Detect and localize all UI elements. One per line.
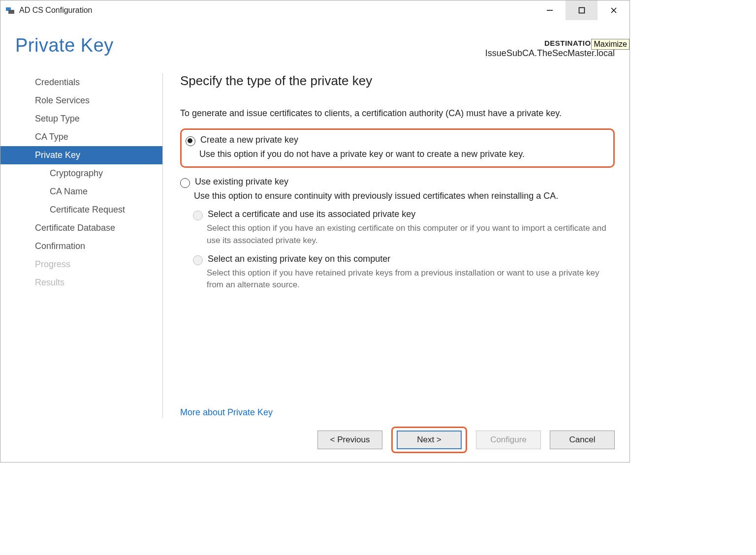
nav-private-key[interactable]: Private Key [0, 146, 162, 164]
wizard-nav-sidebar: Credentials Role Services Setup Type CA … [0, 73, 163, 418]
nav-certificate-request[interactable]: Certificate Request [0, 201, 162, 219]
suboption-select-existing-key-desc: Select this option if you have retained … [207, 267, 615, 291]
nav-cryptography[interactable]: Cryptography [0, 164, 162, 183]
option-create-new[interactable]: Create a new private key [186, 135, 607, 146]
suboption-select-existing-key: Select an existing private key on this c… [193, 254, 615, 265]
nav-setup-type[interactable]: Setup Type [0, 110, 162, 128]
suboption-select-certificate: Select a certificate and use its associa… [193, 209, 615, 220]
destination-server: IssueSubCA.TheSecMaster.local [485, 48, 615, 59]
next-button-highlight: Next > [391, 427, 467, 453]
radio-icon [180, 178, 190, 188]
option-use-existing-label: Use existing private key [195, 177, 288, 187]
wizard-content: Specify the type of the private key To g… [163, 73, 630, 418]
content-intro: To generate and issue certificates to cl… [180, 108, 615, 119]
option-create-new-highlight: Create a new private key Use this option… [180, 128, 615, 168]
suboption-select-certificate-desc: Select this option if you have an existi… [207, 222, 615, 247]
configure-button: Configure [476, 431, 541, 449]
maximize-tooltip: Maximize [591, 39, 630, 50]
window-title: AD CS Configuration [19, 6, 93, 15]
wizard-footer: < Previous Next > Configure Cancel [317, 427, 615, 453]
title-bar: AD CS Configuration [0, 0, 630, 20]
option-use-existing-desc: Use this option to ensure continuity wit… [194, 190, 615, 202]
svg-rect-1 [8, 10, 14, 14]
maximize-button[interactable] [566, 0, 598, 20]
nav-results: Results [0, 274, 162, 292]
wizard-body: Credentials Role Services Setup Type CA … [0, 73, 630, 418]
radio-icon [193, 211, 203, 220]
nav-ca-name[interactable]: CA Name [0, 183, 162, 201]
nav-credentials[interactable]: Credentials [0, 73, 162, 92]
svg-rect-3 [579, 8, 584, 13]
nav-ca-type[interactable]: CA Type [0, 128, 162, 146]
option-use-existing[interactable]: Use existing private key [180, 177, 615, 188]
next-button[interactable]: Next > [397, 431, 462, 449]
nav-progress: Progress [0, 255, 162, 274]
radio-icon [186, 136, 195, 146]
page-title: Private Key [15, 35, 114, 59]
nav-certificate-database[interactable]: Certificate Database [0, 219, 162, 237]
suboption-select-existing-key-label: Select an existing private key on this c… [208, 254, 390, 264]
radio-icon [193, 255, 203, 265]
nav-role-services[interactable]: Role Services [0, 92, 162, 110]
previous-button[interactable]: < Previous [317, 431, 382, 449]
nav-confirmation[interactable]: Confirmation [0, 237, 162, 255]
server-manager-icon [5, 5, 15, 15]
more-about-link[interactable]: More about Private Key [180, 407, 273, 418]
wizard-header: Private Key DESTINATION SER IssueSubCA.T… [0, 20, 630, 63]
option-create-new-desc: Use this option if you do not have a pri… [199, 148, 607, 160]
content-title: Specify the type of the private key [180, 73, 615, 89]
title-bar-left: AD CS Configuration [5, 5, 93, 15]
close-button[interactable] [598, 0, 630, 20]
wizard-window: AD CS Configuration Maximize Private Key… [0, 0, 630, 462]
window-controls [534, 0, 630, 20]
suboption-select-certificate-label: Select a certificate and use its associa… [208, 209, 415, 219]
minimize-button[interactable] [534, 0, 566, 20]
cancel-button[interactable]: Cancel [550, 431, 615, 449]
option-create-new-label: Create a new private key [200, 135, 298, 145]
